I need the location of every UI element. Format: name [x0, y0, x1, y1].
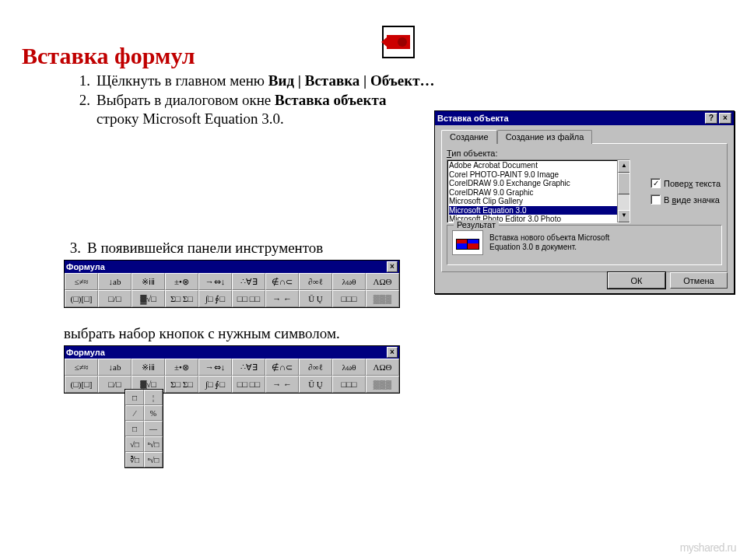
toolbar-button[interactable]: ≤≠≈: [65, 359, 98, 376]
symbol-dropdown: □¦⁄%□—√□ⁿ√□∛□ⁿ√□: [124, 389, 163, 468]
cancel-button[interactable]: Отмена: [670, 272, 728, 289]
dropdown-button[interactable]: ¦: [144, 390, 163, 405]
dropdown-button[interactable]: —: [144, 421, 163, 436]
close-icon[interactable]: ×: [387, 347, 398, 358]
toolbar-button[interactable]: →⇔↓: [198, 273, 232, 290]
toolbar-button[interactable]: → ←: [265, 376, 299, 393]
toolbar-button[interactable]: □/□: [98, 290, 132, 307]
toolbar-button[interactable]: Ū Ų: [299, 290, 332, 307]
ok-button[interactable]: ОК: [608, 272, 665, 289]
camera-badge[interactable]: [382, 26, 415, 58]
toolbar-button[interactable]: ∉∩⊂: [265, 359, 299, 376]
toolbar-button[interactable]: Σ□ Σ□: [165, 290, 198, 307]
toolbar-button[interactable]: ∫□ ∮□: [198, 376, 232, 393]
display-as-icon-checkbox[interactable]: В виде значка: [651, 194, 721, 205]
dialog-title: Вставка объекта: [437, 114, 509, 123]
toolbar-button[interactable]: ∂∞ℓ: [299, 359, 332, 376]
close-icon[interactable]: ×: [719, 113, 731, 124]
scroll-up-icon[interactable]: ▲: [618, 160, 630, 173]
dropdown-button[interactable]: □: [125, 390, 144, 405]
steps-list: 1. Щёлкнуть в главном меню Вид | Вставка…: [70, 72, 435, 129]
tab-panel: Тип объекта: Adobe Acrobat DocumentCorel…: [441, 143, 728, 272]
dropdown-button[interactable]: ⁿ√□: [144, 436, 163, 452]
dropdown-row: ⁄%: [125, 405, 163, 421]
dropdown-row: ∛□ⁿ√□: [125, 452, 163, 467]
scroll-down-icon[interactable]: ▼: [618, 210, 630, 222]
toolbar-button[interactable]: ▒▒▒: [366, 290, 399, 307]
result-icon: [452, 230, 483, 255]
toolbar-button[interactable]: Σ□ Σ□: [165, 376, 198, 393]
camera-icon: [387, 35, 410, 49]
step-1-text: Щёлкнуть в главном меню Вид | Вставка | …: [96, 72, 435, 91]
tab-create-new[interactable]: Создание: [441, 130, 497, 144]
toolbar-title: Формула: [66, 348, 105, 357]
list-item[interactable]: CorelDRAW 9.0 Graphic: [449, 188, 628, 198]
toolbar-button[interactable]: □□□: [332, 290, 366, 307]
toolbar-button[interactable]: ※ⅰⅱ: [132, 359, 165, 376]
object-type-label: Тип объекта:: [447, 149, 722, 158]
toolbar-button[interactable]: ↓ab: [98, 273, 132, 290]
toolbar-button[interactable]: λωθ: [332, 273, 366, 290]
list-item[interactable]: Adobe Acrobat Document: [449, 161, 628, 170]
toolbar-button[interactable]: ≤≠≈: [65, 273, 98, 290]
toolbar-button[interactable]: →⇔↓: [198, 359, 232, 376]
dropdown-button[interactable]: ∛□: [125, 452, 144, 467]
toolbar-button[interactable]: ∴∀∃: [232, 273, 265, 290]
toolbar-row: ≤≠≈↓ab※ⅰⅱ±•⊗→⇔↓∴∀∃∉∩⊂∂∞ℓλωθΛΩΘ: [65, 273, 399, 290]
step-number: 2.: [70, 91, 90, 129]
list-item[interactable]: Corel PHOTO-PAINT 9.0 Image: [449, 170, 628, 180]
toolbar-button[interactable]: ↓ab: [98, 359, 132, 376]
help-icon[interactable]: ?: [705, 113, 717, 124]
toolbar-button[interactable]: ∉∩⊂: [265, 273, 299, 290]
toolbar-button[interactable]: ※ⅰⅱ: [132, 273, 165, 290]
toolbar-button[interactable]: Ū Ų: [299, 376, 332, 393]
list-item[interactable]: Microsoft Equation 3.0: [449, 206, 628, 215]
step-number: 1.: [70, 72, 90, 91]
list-item[interactable]: CorelDRAW 9.0 Exchange Graphic: [449, 179, 628, 188]
toolbar-button[interactable]: ±•⊗: [165, 273, 198, 290]
scrollbar[interactable]: ▲ ▼: [617, 160, 630, 222]
step-1-bold: Вид | Вставка | Объект…: [268, 72, 435, 89]
close-icon[interactable]: ×: [387, 261, 398, 272]
checkbox-label: Поверх текста: [664, 179, 721, 188]
insert-object-dialog: Вставка объекта ? × Создание Создание из…: [434, 110, 735, 294]
tab-create-from-file[interactable]: Создание из файла: [497, 130, 593, 144]
toolbar-button[interactable]: □□ □□: [232, 290, 265, 307]
toolbar-button[interactable]: ±•⊗: [165, 359, 198, 376]
toolbar-button[interactable]: ΛΩΘ: [366, 273, 399, 290]
dialog-titlebar[interactable]: Вставка объекта ? ×: [435, 111, 734, 125]
toolbar-button[interactable]: □□□: [332, 376, 366, 393]
scroll-thumb[interactable]: [618, 173, 630, 194]
toolbar-button[interactable]: ▒▒▒: [366, 376, 399, 393]
toolbar-button[interactable]: (□)[□]: [65, 376, 98, 393]
toolbar-button[interactable]: ∫□ ∮□: [198, 290, 232, 307]
object-type-listbox[interactable]: Adobe Acrobat DocumentCorel PHOTO-PAINT …: [447, 159, 630, 223]
toolbar-button[interactable]: □□ □□: [232, 376, 265, 393]
toolbar-button[interactable]: λωθ: [332, 359, 366, 376]
step-number: 3.: [64, 240, 81, 257]
toolbar-titlebar[interactable]: Формула ×: [65, 261, 399, 273]
dropdown-button[interactable]: %: [144, 405, 163, 421]
dropdown-button[interactable]: □: [125, 421, 144, 436]
step-1-prefix: Щёлкнуть в главном меню: [96, 72, 268, 89]
toolbar-button[interactable]: ΛΩΘ: [366, 359, 399, 376]
formula-toolbar-2: Формула × ≤≠≈↓ab※ⅰⅱ±•⊗→⇔↓∴∀∃∉∩⊂∂∞ℓλωθΛΩΘ…: [64, 345, 400, 394]
dropdown-button[interactable]: √□: [125, 436, 144, 452]
toolbar-row: (□)[□]□/□▓√□Σ□ Σ□∫□ ∮□□□ □□→ ←Ū Ų□□□▒▒▒: [65, 290, 399, 307]
step-2-line2: строку Microsoft Equation 3.0.: [96, 110, 284, 127]
dropdown-row: √□ⁿ√□: [125, 436, 163, 452]
toolbar-button[interactable]: ∴∀∃: [232, 359, 265, 376]
step-2-prefix: Выбрать в диалоговом окне: [96, 92, 275, 108]
step-3a-row: 3. В появившейся панели инструментов: [64, 240, 323, 257]
dropdown-row: □¦: [125, 390, 163, 405]
toolbar-button[interactable]: ▓√□: [132, 290, 165, 307]
toolbar-button[interactable]: → ←: [265, 290, 299, 307]
float-over-text-checkbox[interactable]: ✓ Поверх текста: [651, 178, 721, 188]
dropdown-button[interactable]: ⁄: [125, 405, 144, 421]
toolbar-button[interactable]: (□)[□]: [65, 290, 98, 307]
dropdown-button[interactable]: ⁿ√□: [144, 452, 163, 467]
toolbar-titlebar[interactable]: Формула ×: [65, 346, 399, 359]
list-item[interactable]: Microsoft Clip Gallery: [449, 197, 628, 206]
toolbar-button[interactable]: ∂∞ℓ: [299, 273, 332, 290]
watermark: myshared.ru: [680, 541, 736, 554]
